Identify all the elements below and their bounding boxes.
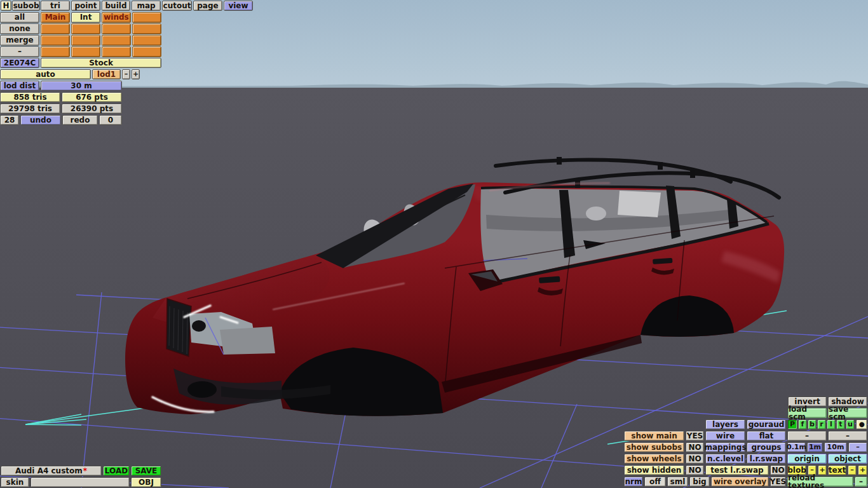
subob-slot[interactable]	[41, 35, 70, 46]
test-lr-swap-toggle[interactable]: test l.r.swap	[705, 465, 769, 475]
dash-button[interactable]: –	[828, 431, 867, 441]
subob-slot[interactable]	[132, 24, 161, 34]
lr-swap-button[interactable]: l.r.swap	[747, 454, 786, 464]
scale-1m-button[interactable]: 1m	[807, 442, 823, 452]
lod-dist-label[interactable]: lod dist	[0, 81, 39, 91]
select-none-button[interactable]: none	[0, 24, 39, 34]
lod-dist-value[interactable]: 30 m	[41, 81, 122, 91]
subob-tab-winds[interactable]: winds	[102, 12, 131, 23]
flag-f-button[interactable]: f	[798, 419, 807, 430]
subob-slot[interactable]	[71, 24, 100, 34]
model-name-field[interactable]: Audi A4 custom*	[1, 466, 102, 476]
wire-overlay-toggle[interactable]: wire overlay	[711, 477, 769, 487]
skin-value-field[interactable]	[31, 477, 130, 487]
stock-label[interactable]: Stock	[41, 58, 161, 68]
menu-item-point[interactable]: point	[71, 1, 100, 11]
record-dot-button[interactable]: ●	[856, 419, 867, 430]
dash-button[interactable]: –	[0, 46, 39, 57]
lod-tris-count: 858 tris	[0, 92, 60, 102]
scale-10m-button[interactable]: 10m	[824, 442, 847, 452]
show-main-value[interactable]: YES	[686, 431, 704, 441]
app-window: H subob tri point build map cutout page …	[0, 0, 868, 488]
menu-item-subob[interactable]: subob	[12, 1, 40, 11]
nrm-sml-button[interactable]: sml	[667, 477, 688, 487]
flag-b-button[interactable]: b	[808, 419, 817, 430]
subob-slot[interactable]	[41, 46, 70, 57]
subob-slot[interactable]	[41, 24, 70, 34]
model-pts-count: 26390 pts	[62, 104, 122, 114]
menu-item-map[interactable]: map	[132, 1, 161, 11]
nc-level-button[interactable]: n.c.level	[705, 454, 745, 464]
lod-pts-count: 676 pts	[62, 92, 122, 102]
mappings-button[interactable]: mappings	[705, 442, 745, 452]
scale-dash-button[interactable]: –	[848, 442, 867, 452]
lod-selector[interactable]: lod1	[92, 69, 121, 79]
show-subobs-value[interactable]: NO	[686, 442, 704, 452]
skin-button[interactable]: skin	[1, 477, 29, 487]
show-wheels-value[interactable]: NO	[686, 454, 704, 464]
menu-item-h[interactable]: H	[1, 1, 11, 11]
nrm-big-button[interactable]: big	[689, 477, 710, 487]
nrm-button[interactable]: nrm	[624, 477, 643, 487]
subob-slot[interactable]	[102, 46, 131, 57]
show-subobs-toggle[interactable]: show subobs	[624, 442, 684, 452]
subob-slot[interactable]	[102, 24, 131, 34]
save-button[interactable]: SAVE	[131, 466, 161, 476]
scale-0-1m-button[interactable]: 0.1m	[787, 442, 806, 452]
subob-slot[interactable]	[71, 46, 100, 57]
menu-item-cutout[interactable]: cutout	[162, 1, 192, 11]
undo-button[interactable]: undo	[20, 115, 61, 125]
load-scm-button[interactable]: load scm	[788, 408, 827, 418]
subob-tab-main[interactable]: Main	[41, 12, 70, 23]
lod-minus-button[interactable]: –	[122, 69, 130, 79]
groups-button[interactable]: groups	[747, 442, 786, 452]
model-name: Audi A4 custom	[15, 467, 83, 475]
flag-t-button[interactable]: t	[836, 419, 845, 430]
color-id-field[interactable]: 2E074C	[0, 58, 39, 68]
undo-count: 28	[0, 115, 19, 125]
menu-item-tri[interactable]: tri	[41, 1, 70, 11]
gouraud-button[interactable]: gouraud	[747, 419, 786, 430]
wire-overlay-value[interactable]: YES	[770, 477, 786, 487]
reload-textures-dash-button[interactable]: –	[855, 477, 867, 487]
modified-marker: *	[83, 467, 87, 475]
show-hidden-value[interactable]: NO	[686, 465, 704, 475]
layers-button[interactable]: layers	[705, 419, 745, 430]
subob-slot[interactable]	[71, 35, 100, 46]
show-wheels-toggle[interactable]: show wheels	[624, 454, 684, 464]
text-plus-button[interactable]: +	[858, 465, 867, 475]
subob-tab-int[interactable]: Int	[71, 12, 100, 23]
wire-button[interactable]: wire	[705, 431, 745, 441]
redo-count: 0	[99, 115, 122, 125]
select-all-button[interactable]: all	[0, 12, 39, 23]
origin-button[interactable]: origin	[787, 454, 827, 464]
nrm-off-button[interactable]: off	[644, 477, 666, 487]
show-main-toggle[interactable]: show main	[624, 431, 684, 441]
dash-button[interactable]: –	[787, 431, 827, 441]
merge-button[interactable]: merge	[0, 35, 39, 46]
load-button[interactable]: LOAD	[103, 466, 130, 476]
reload-textures-button[interactable]: reload textures	[787, 477, 853, 487]
auto-button[interactable]: auto	[0, 69, 91, 79]
menu-item-page[interactable]: page	[193, 1, 222, 11]
show-hidden-toggle[interactable]: show hidden	[624, 465, 684, 475]
menu-item-build[interactable]: build	[102, 1, 130, 11]
object-button[interactable]: object	[828, 454, 867, 464]
obj-button[interactable]: OBJ	[131, 477, 161, 487]
lod-plus-button[interactable]: +	[132, 69, 140, 79]
flag-l-button[interactable]: l	[827, 419, 836, 430]
save-scm-button[interactable]: save scm	[828, 408, 867, 418]
flag-u-button[interactable]: u	[846, 419, 855, 430]
flag-p-button[interactable]: P	[787, 419, 797, 430]
test-lr-swap-value[interactable]: NO	[770, 465, 786, 475]
redo-button[interactable]: redo	[62, 115, 98, 125]
subob-slot[interactable]	[132, 12, 161, 23]
subob-slot[interactable]	[132, 46, 161, 57]
subob-slot[interactable]	[102, 35, 131, 46]
flag-r-button[interactable]: r	[817, 419, 826, 430]
flat-button[interactable]: flat	[747, 431, 786, 441]
model-tris-count: 29798 tris	[0, 104, 60, 114]
subob-slot[interactable]	[132, 35, 161, 46]
menu-item-view[interactable]: view	[224, 1, 253, 11]
